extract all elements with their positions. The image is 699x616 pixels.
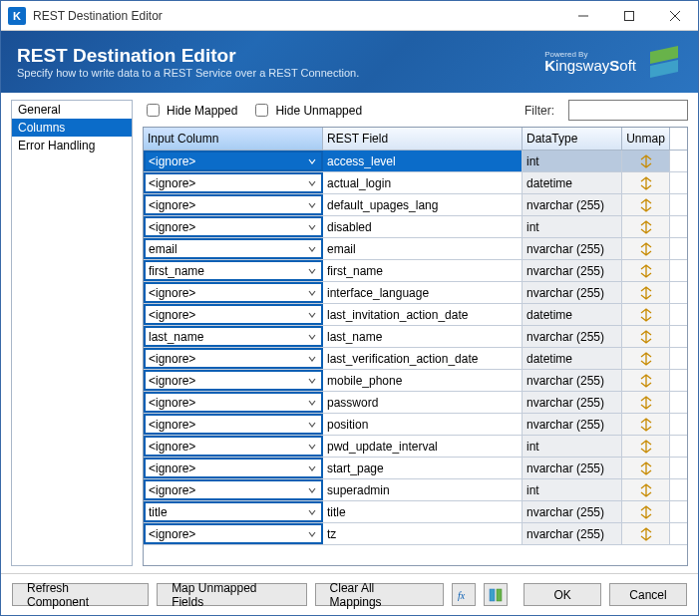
maximize-button[interactable]: [606, 1, 652, 31]
sidebar-item-columns[interactable]: Columns: [12, 119, 132, 137]
hide-mapped-checkbox[interactable]: Hide Mapped: [143, 101, 237, 120]
refresh-component-button[interactable]: Refresh Component: [12, 583, 149, 606]
table-row[interactable]: <ignore>tznvarchar (255): [144, 523, 687, 545]
chevron-down-icon[interactable]: [304, 373, 320, 388]
clear-mappings-button[interactable]: Clear All Mappings: [315, 583, 445, 606]
rest-field-cell[interactable]: tz: [323, 523, 523, 544]
unmap-cell[interactable]: [622, 216, 670, 237]
unmap-cell[interactable]: [622, 479, 670, 500]
table-row[interactable]: emailemailnvarchar (255): [144, 238, 687, 260]
ok-button[interactable]: OK: [524, 583, 601, 606]
hide-unmapped-checkbox[interactable]: Hide Unmapped: [251, 101, 362, 120]
input-column-cell[interactable]: <ignore>: [144, 151, 323, 171]
grid-body[interactable]: <ignore>access_levelint<ignore>actual_lo…: [144, 151, 687, 565]
unmap-cell[interactable]: [622, 304, 670, 325]
unmap-cell[interactable]: [622, 238, 670, 259]
minimize-button[interactable]: [560, 1, 606, 31]
unmap-cell[interactable]: [622, 414, 670, 435]
filter-input[interactable]: [568, 100, 688, 121]
chevron-down-icon[interactable]: [304, 526, 320, 541]
rest-field-cell[interactable]: position: [323, 414, 523, 435]
unmap-cell[interactable]: [622, 151, 670, 171]
table-row[interactable]: <ignore>superadminint: [144, 479, 687, 501]
rest-field-cell[interactable]: pwd_update_interval: [323, 436, 523, 457]
rest-field-cell[interactable]: mobile_phone: [323, 370, 523, 391]
unmap-cell[interactable]: [622, 326, 670, 347]
unmap-cell[interactable]: [622, 370, 670, 391]
unmap-cell[interactable]: [622, 348, 670, 369]
map-unmapped-button[interactable]: Map Unmapped Fields: [157, 583, 306, 606]
rest-field-cell[interactable]: email: [323, 238, 523, 259]
rest-field-cell[interactable]: actual_login: [323, 172, 523, 193]
table-row[interactable]: <ignore>start_pagenvarchar (255): [144, 458, 687, 479]
col-header-unmap[interactable]: Unmap: [622, 128, 670, 150]
table-row[interactable]: <ignore>disabledint: [144, 216, 687, 238]
unmap-cell[interactable]: [622, 392, 670, 413]
columns-options-button[interactable]: [484, 583, 508, 606]
col-header-field[interactable]: REST Field: [323, 128, 523, 150]
chevron-down-icon[interactable]: [304, 329, 320, 344]
hide-mapped-input[interactable]: [147, 104, 160, 117]
input-column-cell[interactable]: <ignore>: [144, 304, 323, 325]
unmap-cell[interactable]: [622, 194, 670, 215]
unmap-cell[interactable]: [622, 436, 670, 457]
unmap-cell[interactable]: [622, 282, 670, 303]
unmap-cell[interactable]: [622, 172, 670, 193]
rest-field-cell[interactable]: last_name: [323, 326, 523, 347]
input-column-cell[interactable]: <ignore>: [144, 458, 323, 478]
input-column-cell[interactable]: <ignore>: [144, 194, 323, 215]
table-row[interactable]: <ignore>interface_languagenvarchar (255): [144, 282, 687, 304]
table-row[interactable]: <ignore>positionnvarchar (255): [144, 414, 687, 436]
rest-field-cell[interactable]: interface_language: [323, 282, 523, 303]
rest-field-cell[interactable]: title: [323, 501, 523, 522]
sidebar-item-error-handling[interactable]: Error Handling: [12, 137, 132, 154]
table-row[interactable]: <ignore>default_upages_langnvarchar (255…: [144, 194, 687, 216]
chevron-down-icon[interactable]: [304, 439, 320, 454]
cancel-button[interactable]: Cancel: [609, 583, 687, 606]
rest-field-cell[interactable]: default_upages_lang: [323, 194, 523, 215]
input-column-cell[interactable]: <ignore>: [144, 479, 323, 500]
chevron-down-icon[interactable]: [304, 351, 320, 366]
rest-field-cell[interactable]: start_page: [323, 458, 523, 478]
table-row[interactable]: <ignore>mobile_phonenvarchar (255): [144, 370, 687, 392]
rest-field-cell[interactable]: password: [323, 392, 523, 413]
input-column-cell[interactable]: <ignore>: [144, 216, 323, 237]
chevron-down-icon[interactable]: [304, 175, 320, 190]
input-column-cell[interactable]: email: [144, 238, 323, 259]
rest-field-cell[interactable]: disabled: [323, 216, 523, 237]
input-column-cell[interactable]: <ignore>: [144, 523, 323, 544]
input-column-cell[interactable]: <ignore>: [144, 172, 323, 193]
unmap-cell[interactable]: [622, 260, 670, 281]
chevron-down-icon[interactable]: [304, 417, 320, 432]
unmap-cell[interactable]: [622, 501, 670, 522]
chevron-down-icon[interactable]: [304, 482, 320, 497]
chevron-down-icon[interactable]: [304, 285, 320, 300]
table-row[interactable]: <ignore>actual_logindatetime: [144, 172, 687, 194]
rest-field-cell[interactable]: access_level: [323, 151, 523, 171]
table-row[interactable]: <ignore>access_levelint: [144, 151, 687, 172]
table-row[interactable]: <ignore>passwordnvarchar (255): [144, 392, 687, 414]
close-button[interactable]: [652, 1, 698, 31]
input-column-cell[interactable]: <ignore>: [144, 392, 323, 413]
table-row[interactable]: last_namelast_namenvarchar (255): [144, 326, 687, 348]
chevron-down-icon[interactable]: [304, 197, 320, 212]
rest-field-cell[interactable]: last_invitation_action_date: [323, 304, 523, 325]
table-row[interactable]: <ignore>pwd_update_intervalint: [144, 436, 687, 458]
chevron-down-icon[interactable]: [304, 504, 320, 519]
input-column-cell[interactable]: first_name: [144, 260, 323, 281]
input-column-cell[interactable]: <ignore>: [144, 436, 323, 457]
col-header-input[interactable]: Input Column: [144, 128, 323, 150]
chevron-down-icon[interactable]: [304, 461, 320, 475]
table-row[interactable]: <ignore>last_invitation_action_datedatet…: [144, 304, 687, 326]
chevron-down-icon[interactable]: [304, 307, 320, 322]
input-column-cell[interactable]: <ignore>: [144, 370, 323, 391]
expression-button[interactable]: fx: [452, 583, 476, 606]
unmap-cell[interactable]: [622, 523, 670, 544]
chevron-down-icon[interactable]: [304, 154, 320, 168]
hide-unmapped-input[interactable]: [255, 104, 268, 117]
input-column-cell[interactable]: last_name: [144, 326, 323, 347]
chevron-down-icon[interactable]: [304, 263, 320, 278]
chevron-down-icon[interactable]: [304, 219, 320, 234]
input-column-cell[interactable]: title: [144, 501, 323, 522]
table-row[interactable]: titletitlenvarchar (255): [144, 501, 687, 523]
